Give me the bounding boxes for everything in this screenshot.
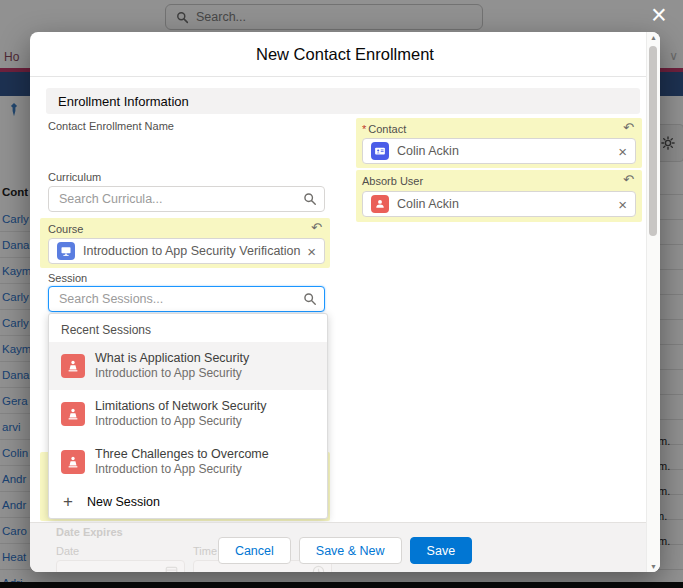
modal-header: New Contact Enrollment <box>30 32 660 77</box>
course-value: Introduction to App Security Verificatio… <box>83 244 301 258</box>
course-pill[interactable]: Introduction to App Security Verificatio… <box>48 238 325 264</box>
session-option-title: What is Application Security <box>95 350 249 366</box>
course-icon <box>57 242 75 260</box>
new-contact-enrollment-modal: New Contact Enrollment Enrollment Inform… <box>30 32 660 572</box>
curriculum-search-input[interactable] <box>48 186 325 212</box>
absorb-user-label: Absorb User <box>362 175 423 187</box>
session-icon <box>61 450 85 474</box>
session-option[interactable]: Three Challenges to Overcome Introductio… <box>49 438 327 486</box>
session-option-title: Limitations of Network Security <box>95 398 267 414</box>
clock-icon <box>312 565 325 572</box>
save-button[interactable]: Save <box>410 537 473 564</box>
session-option[interactable]: What is Application Security Introductio… <box>49 342 327 390</box>
session-option-title: Three Challenges to Overcome <box>95 446 269 462</box>
section-enrollment-information: Enrollment Information <box>46 88 640 114</box>
modal-title: New Contact Enrollment <box>256 45 434 64</box>
session-search-input[interactable] <box>48 286 325 312</box>
session-option-subtitle: Introduction to App Security <box>95 414 267 430</box>
contact-pill[interactable]: Colin Ackin × <box>362 138 636 164</box>
session-option-subtitle: Introduction to App Security <box>95 462 269 478</box>
contact-field-highlight: *Contact ↶ Colin Ackin × <box>356 118 642 168</box>
session-option[interactable]: Limitations of Network Security Introduc… <box>49 390 327 438</box>
session-dropdown: Recent Sessions What is Application Secu… <box>48 313 328 519</box>
absorb-user-pill[interactable]: Colin Ackin × <box>362 191 636 217</box>
new-session-option[interactable]: + New Session <box>49 486 327 516</box>
session-icon <box>61 402 85 426</box>
remove-course-icon[interactable]: × <box>307 244 316 259</box>
contact-enrollment-name-label: Contact Enrollment Name <box>48 120 174 132</box>
curriculum-label: Curriculum <box>48 171 101 183</box>
contact-icon <box>371 142 389 160</box>
save-and-new-button[interactable]: Save & New <box>299 537 402 564</box>
session-option-subtitle: Introduction to App Security <box>95 366 249 382</box>
course-field-highlight: Course ↶ Introduction to App Security Ve… <box>40 218 330 268</box>
absorb-user-icon <box>371 195 389 213</box>
session-icon <box>61 354 85 378</box>
recent-sessions-header: Recent Sessions <box>49 314 327 342</box>
scroll-down-icon[interactable]: ▼ <box>647 563 660 570</box>
scroll-up-icon[interactable]: ▲ <box>647 34 660 41</box>
undo-icon[interactable]: ↶ <box>623 120 634 135</box>
absorb-user-value: Colin Ackin <box>397 197 612 211</box>
undo-icon[interactable]: ↶ <box>623 172 634 187</box>
close-icon[interactable]: × <box>644 0 674 30</box>
cancel-button[interactable]: Cancel <box>218 537 291 564</box>
course-label: Course <box>48 223 83 235</box>
modal-scrollbar[interactable]: ▲ ▼ <box>646 32 660 572</box>
remove-absorb-user-icon[interactable]: × <box>618 197 627 212</box>
undo-icon[interactable]: ↶ <box>311 220 322 235</box>
session-options-list: What is Application Security Introductio… <box>49 342 327 486</box>
new-session-label: New Session <box>87 495 160 509</box>
modal-actions: Cancel Save & New Save <box>30 537 660 564</box>
scrollbar-thumb[interactable] <box>649 46 657 236</box>
plus-icon: + <box>63 493 73 510</box>
contact-label: *Contact <box>362 123 406 135</box>
remove-contact-icon[interactable]: × <box>618 144 627 159</box>
modal-footer: Date Expires Date Time Cancel Save & New… <box>30 522 660 572</box>
required-marker: * <box>362 123 366 135</box>
calendar-icon <box>165 565 178 572</box>
contact-value: Colin Ackin <box>397 144 612 158</box>
absorb-user-field-highlight: Absorb User ↶ Colin Ackin × <box>356 170 642 222</box>
session-label: Session <box>48 272 87 284</box>
